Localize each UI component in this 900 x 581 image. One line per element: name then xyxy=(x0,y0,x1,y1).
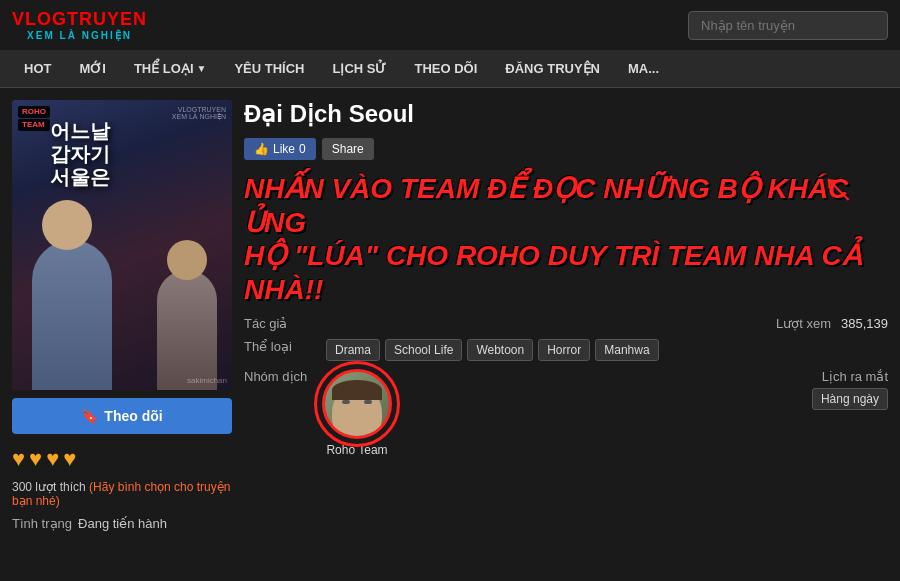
share-button[interactable]: Share xyxy=(322,138,374,160)
logo: VLOGTRUYEN XEM LÀ NGHIỆN xyxy=(12,9,147,41)
team-circle-outline xyxy=(314,361,400,447)
nav-yeuthich[interactable]: YÊU THÍCH xyxy=(220,50,318,88)
nhom-dich-area: Roho Team xyxy=(322,369,812,457)
right-panel: Đại Dịch Seoul 👍 Like 0 Share NHẤN VÀO T… xyxy=(244,100,888,531)
rating-stars: ♥ ♥ ♥ ♥ xyxy=(12,442,232,476)
cover-korean-title: 어느날갑자기서울은 xyxy=(50,120,110,189)
tag-drama[interactable]: Drama xyxy=(326,339,380,361)
logo-bottom: XEM LÀ NGHIỆN xyxy=(27,30,132,41)
follow-button[interactable]: 🔖 Theo dõi xyxy=(12,398,232,434)
social-buttons: 👍 Like 0 Share xyxy=(244,138,888,160)
nhom-dich-label: Nhóm dịch xyxy=(244,369,314,384)
lich-ra-mat-label: Lịch ra mắt xyxy=(822,369,888,384)
status-row: Tình trạng Đang tiến hành xyxy=(12,516,232,531)
main-content: ROHO TEAM VLOGTRUYEN XEM LÀ NGHIỆN 어느날갑자… xyxy=(0,88,900,543)
tac-gia-label: Tác giả xyxy=(244,316,314,331)
release-badge: Hàng ngày xyxy=(812,388,888,410)
status-value: Đang tiến hành xyxy=(78,516,167,531)
logo-top[interactable]: VLOGTRUYEN xyxy=(12,9,147,30)
left-panel: ROHO TEAM VLOGTRUYEN XEM LÀ NGHIỆN 어느날갑자… xyxy=(12,100,232,531)
star-2[interactable]: ♥ xyxy=(29,446,42,472)
nav-moi[interactable]: MỚI xyxy=(65,50,119,88)
watermark: sakimichan xyxy=(187,376,227,385)
tag-horror[interactable]: Horror xyxy=(538,339,590,361)
header: VLOGTRUYEN XEM LÀ NGHIỆN xyxy=(0,0,900,50)
star-3[interactable]: ♥ xyxy=(46,446,59,472)
nav-more[interactable]: MA... xyxy=(614,50,673,88)
nav-theodoi[interactable]: THEO DÕI xyxy=(400,50,491,88)
the-loai-label: Thể loại xyxy=(244,339,314,354)
nav-lichsu[interactable]: LỊCH SỬ xyxy=(318,50,400,88)
tag-webtoon[interactable]: Webtoon xyxy=(467,339,533,361)
luot-xem-label: Lượt xem xyxy=(776,316,831,331)
search-input[interactable] xyxy=(688,11,888,40)
luot-xem-value: 385,139 xyxy=(841,316,888,331)
cover-art: ROHO TEAM VLOGTRUYEN XEM LÀ NGHIỆN 어느날갑자… xyxy=(12,100,232,390)
nav-bar: HOT MỚI THỂ LOẠI ▼ YÊU THÍCH LỊCH SỬ THE… xyxy=(0,50,900,88)
team-avatar-wrapper[interactable]: Roho Team xyxy=(322,369,392,457)
info-section: Tác giả Lượt xem 385,139 Thể loại Drama … xyxy=(244,316,888,457)
star-1[interactable]: ♥ xyxy=(12,446,25,472)
promo-text-line1: NHẤN VÀO TEAM ĐỂ ĐỌC NHỮNG BỘ KHÁC ỦNG xyxy=(244,172,888,239)
star-4[interactable]: ♥ xyxy=(63,446,76,472)
nav-dangtruyen[interactable]: ĐĂNG TRUYỆN xyxy=(491,50,614,88)
facebook-like-button[interactable]: 👍 Like 0 xyxy=(244,138,316,160)
status-label: Tình trạng xyxy=(12,516,72,531)
manga-cover: ROHO TEAM VLOGTRUYEN XEM LÀ NGHIỆN 어느날갑자… xyxy=(12,100,232,390)
theloai-arrow-icon: ▼ xyxy=(197,63,207,74)
promo-text-line2: HỘ "LÚA" CHO ROHO DUY TRÌ TEAM NHA CẢ NH… xyxy=(244,239,888,306)
nav-theloai[interactable]: THỂ LOẠI ▼ xyxy=(120,50,221,88)
likes-count: 300 lượt thích (Hãy bình chọn cho truyện… xyxy=(12,480,232,508)
the-loai-row: Thể loại Drama School Life Webtoon Horro… xyxy=(244,339,888,361)
thumbs-up-icon: 👍 xyxy=(254,142,269,156)
tag-manhwa[interactable]: Manhwa xyxy=(595,339,658,361)
nav-hot[interactable]: HOT xyxy=(10,50,65,88)
bookmark-icon: 🔖 xyxy=(81,408,98,424)
nhom-dich-row: Nhóm dịch xyxy=(244,369,888,457)
tags-list: Drama School Life Webtoon Horror Manhwa xyxy=(326,339,659,361)
tag-school[interactable]: School Life xyxy=(385,339,462,361)
manga-title: Đại Dịch Seoul xyxy=(244,100,888,128)
overlay-text-block: NHẤN VÀO TEAM ĐỂ ĐỌC NHỮNG BỘ KHÁC ỦNG H… xyxy=(244,172,888,306)
tac-gia-row: Tác giả Lượt xem 385,139 xyxy=(244,316,888,331)
